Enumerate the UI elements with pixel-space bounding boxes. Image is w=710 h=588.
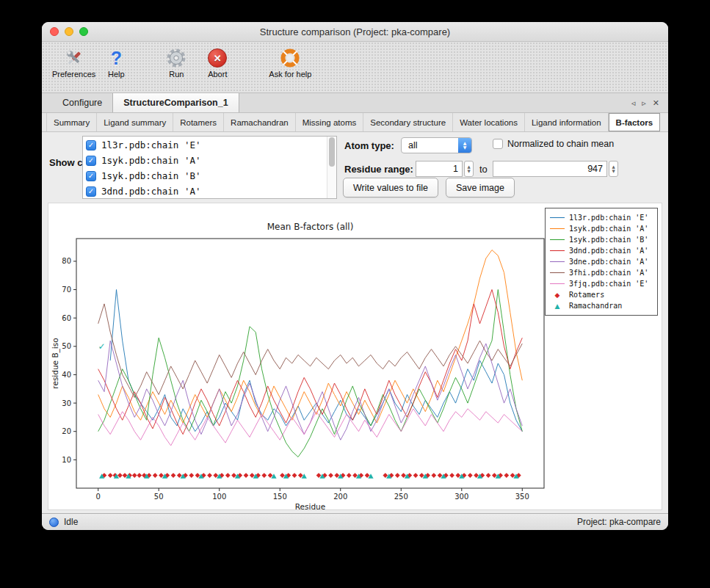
y-axis-label: residue B_iso [51,338,60,388]
chart-title: Mean B-factors (all) [267,222,354,232]
status-bar: Idle Project: pka-compare [42,513,668,530]
legend-item: 1l3r.pdb:chain 'E' [550,212,653,223]
x-tick-label: 0 [96,493,101,501]
legend-line-swatch [550,239,565,240]
chain-row[interactable]: ✓ 3dnd.pdb:chain 'A' [86,184,327,199]
chain-checkbox[interactable]: ✓ [86,156,96,166]
x-tick-label: 100 [212,493,226,501]
tab-configure[interactable]: Configure [52,93,112,112]
x-tick-label: 250 [394,493,408,501]
tab-structure-comparison-1[interactable]: StructureComparison_1 [112,93,239,112]
legend-item: 3fhi.pdb:chain 'A' [550,267,653,278]
main-tab-bar: Configure StructureComparison_1 ◃ ▹ ✕ [42,93,668,113]
series-line-1 [98,250,523,424]
tab-scroll-right-icon[interactable]: ▹ [642,98,646,108]
check-marker: ✓ [98,341,106,352]
legend-label: Ramachandran [569,302,622,310]
rotamer-marker [468,473,473,478]
chain-row[interactable]: ✓ 1syk.pdb:chain 'B' [86,168,327,184]
x-tick-label: 150 [273,493,287,501]
zoom-window-button[interactable] [79,27,88,36]
run-button[interactable]: Run [156,46,197,79]
legend-item: 3dnd.pdb:chain 'A' [550,245,653,256]
title-bar: Structure comparison (Project: pka-compa… [42,22,668,42]
controls-panel: Show chains: ✓ 1l3r.pdb:chain 'E' ✓ 1syk… [42,132,668,203]
chain-list: ✓ 1l3r.pdb:chain 'E' ✓ 1syk.pdb:chain 'A… [82,136,337,199]
legend-item: 1syk.pdb:chain 'B' [550,234,653,245]
legend-line-swatch [550,283,565,284]
dropdown-arrows-icon: ▲▼ [458,138,471,153]
legend-label: Rotamers [569,291,604,299]
preferences-button[interactable]: Preferences [52,46,95,79]
abort-button[interactable]: ✕ Abort [197,46,238,79]
subtab-water-locations[interactable]: Water locations [453,113,525,131]
subtab-b-factors[interactable]: B-factors [609,113,660,131]
subtab-summary[interactable]: Summary [46,113,97,131]
subtab-missing-atoms[interactable]: Missing atoms [296,113,364,131]
x-tick-label: 50 [154,493,164,501]
rotamer-marker [108,473,113,478]
rotamer-marker [395,473,400,478]
chain-row[interactable]: ✓ 1syk.pdb:chain 'A' [86,153,327,168]
normalized-checkbox-group[interactable]: Normalized to chain mean [493,139,614,149]
diamond-marker-icon: ◆ [550,291,565,299]
residue-range-to-input[interactable] [493,161,607,177]
range-from-stepper[interactable]: ▲▼ [464,161,474,177]
rotamer-marker [328,473,333,478]
range-to-stepper[interactable]: ▲▼ [609,161,618,177]
rotamer-marker [261,473,267,478]
tab-configure-label: Configure [62,98,102,108]
atom-type-value: all [402,140,458,150]
question-icon: ? [111,48,122,68]
minimize-window-button[interactable] [65,27,73,36]
normalized-label: Normalized to chain mean [507,139,614,149]
series-line-3 [98,290,523,435]
subtab-ligand-information[interactable]: Ligand information [525,113,609,131]
y-tick-label: 80 [62,257,71,265]
series-line-0 [110,290,522,432]
write-values-button[interactable]: Write values to file [343,178,438,197]
ask-for-help-button[interactable]: Ask for help [269,46,311,79]
status-project: Project: pka-compare [577,517,661,527]
normalized-checkbox[interactable] [493,139,503,149]
subtab-ramachandran[interactable]: Ramachandran [224,113,296,131]
rotamer-marker [225,473,231,478]
chain-checkbox[interactable]: ✓ [86,171,96,181]
close-window-button[interactable] [50,27,59,36]
help-label: Help [108,70,125,79]
rotamer-marker [153,473,158,478]
rotamer-marker [244,473,249,478]
traffic-lights [50,27,88,36]
tab-scroll-left-icon[interactable]: ◃ [631,98,636,108]
x-tick-label: 350 [515,493,529,501]
chain-row[interactable]: ✓ 1l3r.pdb:chain 'E' [86,137,327,153]
status-text: Idle [64,517,78,527]
subtab-ligand-summary[interactable]: Ligand summary [97,113,173,131]
chain-label: 1l3r.pdb:chain 'E' [101,139,200,150]
subtab-secondary-structure[interactable]: Secondary structure [363,113,453,131]
tab-close-icon[interactable]: ✕ [653,98,659,108]
help-button[interactable]: ? Help [95,46,137,79]
main-tab-nav: ◃ ▹ ✕ [623,93,668,112]
rotamer-marker [486,473,491,478]
rotamer-marker [137,473,142,478]
legend-label: 3dne.pdb:chain 'A' [569,258,648,266]
triangle-marker-icon: ▲ [550,302,565,310]
chain-checkbox[interactable]: ✓ [86,186,96,197]
series-line-6 [98,409,523,446]
tools-icon [64,46,84,70]
legend-label: 3dnd.pdb:chain 'A' [569,247,648,255]
y-tick-label: 50 [62,342,71,350]
save-image-button[interactable]: Save image [446,178,515,197]
ask-for-help-label: Ask for help [269,70,311,79]
subtab-rotamers[interactable]: Rotamers [173,113,224,131]
sub-tab-bar: Summary Ligand summary Rotamers Ramachan… [42,113,668,132]
y-tick-label: 40 [62,371,71,379]
chain-list-scrollbar[interactable] [327,137,336,198]
rotamer-marker [189,473,194,478]
residue-range-from-input[interactable] [416,161,463,177]
legend-item: ◆Rotamers [550,289,653,300]
chain-checkbox[interactable]: ✓ [86,140,96,150]
atom-type-select[interactable]: all ▲▼ [401,137,472,153]
legend-item: 3dne.pdb:chain 'A' [550,256,653,267]
